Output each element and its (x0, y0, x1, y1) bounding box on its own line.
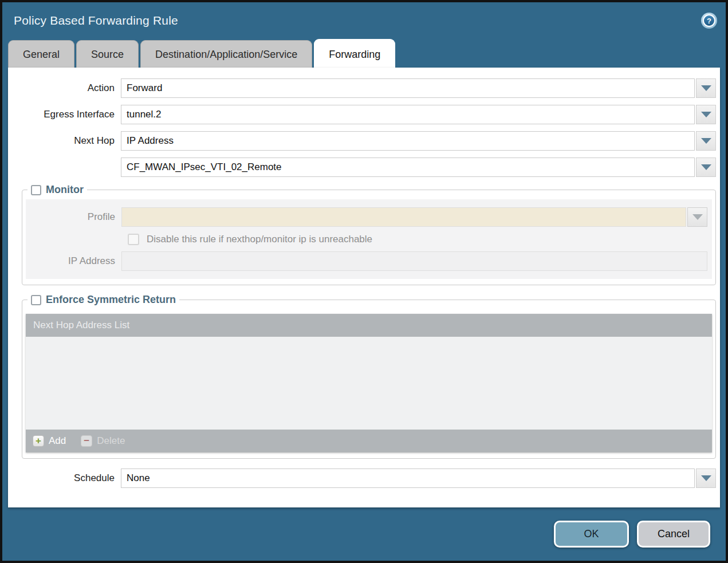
egress-interface-dropdown-button[interactable] (696, 105, 716, 124)
add-button[interactable]: + Add (33, 435, 66, 447)
help-icon[interactable]: ? (701, 13, 717, 29)
disable-rule-label: Disable this rule if nexthop/monitor ip … (147, 234, 372, 245)
disable-rule-checkbox (128, 234, 139, 245)
delete-button: − Delete (81, 435, 125, 447)
schedule-select[interactable] (121, 468, 695, 488)
egress-interface-select[interactable] (121, 105, 695, 124)
enforce-symmetric-return-checkbox[interactable] (31, 295, 41, 305)
profile-row: Profile (26, 207, 707, 227)
action-dropdown-button[interactable] (696, 78, 716, 98)
enforce-symmetric-return-legend-label: Enforce Symmetric Return (46, 294, 176, 306)
policy-based-forwarding-rule-dialog: Policy Based Forwarding Rule ? General S… (0, 0, 728, 563)
disable-rule-row: Disable this rule if nexthop/monitor ip … (128, 234, 707, 245)
chevron-down-icon (701, 138, 711, 144)
egress-interface-label: Egress Interface (8, 109, 121, 120)
profile-select (121, 207, 686, 227)
add-button-label: Add (49, 435, 66, 447)
next-hop-address-list-header: Next Hop Address List (26, 314, 712, 337)
monitor-body: Profile Disable this rule if nexthop/mon… (26, 199, 712, 279)
tab-source[interactable]: Source (76, 40, 139, 68)
dialog-footer: OK Cancel (2, 507, 726, 561)
chevron-down-icon (701, 164, 711, 170)
next-hop-address-select[interactable] (121, 158, 695, 177)
next-hop-row: Next Hop (8, 131, 716, 151)
action-row: Action (8, 78, 716, 98)
next-hop-address-dropdown-button[interactable] (696, 158, 716, 177)
ok-button[interactable]: OK (554, 521, 629, 548)
monitor-legend-label: Monitor (46, 184, 84, 196)
enforce-symmetric-return-legend: Enforce Symmetric Return (27, 294, 179, 306)
minus-icon: − (81, 435, 92, 447)
chevron-down-icon (692, 214, 703, 220)
egress-interface-row: Egress Interface (8, 105, 716, 124)
profile-dropdown-button (687, 207, 707, 227)
next-hop-address-list-toolbar: + Add − Delete (26, 430, 712, 452)
monitor-ip-address-input (121, 251, 707, 271)
chevron-down-icon (701, 85, 711, 91)
tab-bar: General Source Destination/Application/S… (2, 39, 726, 68)
forwarding-tab-panel: Action Egress Interface Next Hop (8, 68, 720, 507)
chevron-down-icon (701, 112, 711, 117)
tab-destination-application-service[interactable]: Destination/Application/Service (140, 40, 312, 68)
monitor-checkbox[interactable] (31, 185, 41, 195)
chevron-down-icon (701, 475, 711, 481)
action-select[interactable] (121, 78, 695, 98)
tab-general[interactable]: General (8, 40, 74, 68)
profile-label: Profile (26, 211, 121, 223)
next-hop-address-list-table: Next Hop Address List + Add − Delete (26, 314, 712, 452)
schedule-row: Schedule (8, 468, 716, 488)
next-hop-type-select[interactable] (121, 131, 695, 151)
monitor-ip-address-row: IP Address (26, 251, 707, 271)
cancel-button[interactable]: Cancel (637, 521, 710, 548)
next-hop-label: Next Hop (8, 135, 121, 147)
next-hop-type-dropdown-button[interactable] (696, 131, 716, 151)
title-bar: Policy Based Forwarding Rule ? (2, 2, 726, 39)
monitor-section: Monitor Profile Disable this rule if nex… (22, 184, 716, 285)
plus-icon: + (33, 435, 44, 447)
question-mark-glyph: ? (703, 14, 715, 27)
schedule-dropdown-button[interactable] (696, 468, 716, 488)
schedule-label: Schedule (8, 473, 121, 484)
monitor-legend: Monitor (27, 184, 87, 196)
delete-button-label: Delete (97, 435, 125, 447)
next-hop-address-list-body[interactable] (26, 337, 712, 430)
enforce-symmetric-return-section: Enforce Symmetric Return Next Hop Addres… (22, 294, 716, 459)
dialog-title: Policy Based Forwarding Rule (14, 14, 178, 27)
tab-forwarding[interactable]: Forwarding (314, 39, 395, 68)
action-label: Action (8, 82, 121, 94)
next-hop-address-row (8, 158, 716, 177)
monitor-ip-address-label: IP Address (26, 255, 121, 267)
